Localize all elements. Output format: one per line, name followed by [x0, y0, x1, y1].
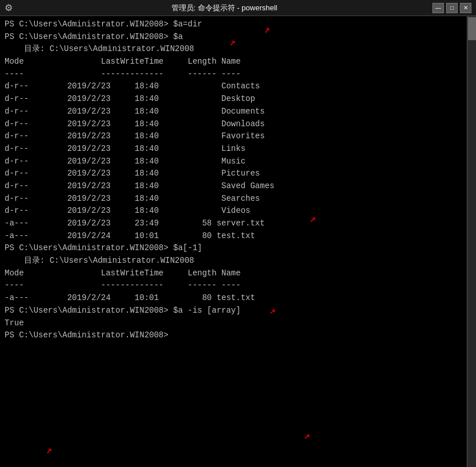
console-line: PS C:\Users\Administrator.WIN2008> [5, 329, 471, 342]
console-line: 目录: C:\Users\Administrator.WIN2008 [5, 43, 471, 56]
console-area: PS C:\Users\Administrator.WIN2008> $a=di… [0, 16, 476, 467]
scrollbar-thumb[interactable] [468, 17, 476, 40]
title-icon: ⚙ [5, 2, 13, 13]
console-line: 目录: C:\Users\Administrator.WIN2008 [5, 255, 471, 267]
title-bar: ⚙ 管理员: 命令提示符 - powershell — □ ✕ [0, 0, 476, 16]
console-line: -a--- 2019/2/24 10:01 80 test.txt [5, 292, 471, 305]
console-line: d-r-- 2019/2/23 18:40 Music [5, 155, 471, 168]
scrollbar[interactable] [467, 16, 476, 467]
console-line: d-r-- 2019/2/23 18:40 Searches [5, 193, 471, 205]
console-line: d-r-- 2019/2/23 18:40 Links [5, 143, 471, 155]
console-line: d-r-- 2019/2/23 18:40 Contacts [5, 80, 471, 93]
console-line: PS C:\Users\Administrator.WIN2008> $a [5, 31, 471, 44]
console-line: Mode LastWriteTime Length Name [5, 267, 471, 280]
console-line: d-r-- 2019/2/23 18:40 Favorites [5, 130, 471, 143]
console-line: d-r-- 2019/2/23 18:40 Downloads [5, 118, 471, 131]
console-line: -a--- 2019/2/23 23:49 58 server.txt [5, 217, 471, 230]
console-line: PS C:\Users\Administrator.WIN2008> $a[-1… [5, 242, 471, 255]
console-line: PS C:\Users\Administrator.WIN2008> $a=di… [5, 18, 471, 31]
console-line: PS C:\Users\Administrator.WIN2008> $a -i… [5, 305, 471, 317]
console-line: d-r-- 2019/2/23 18:40 Saved Games [5, 180, 471, 193]
close-button[interactable]: ✕ [460, 3, 471, 13]
minimize-button[interactable]: — [432, 3, 444, 13]
title-text: 管理员: 命令提示符 - powershell [16, 3, 432, 13]
console-line: Mode LastWriteTime Length Name [5, 56, 471, 68]
maximize-button[interactable]: □ [446, 3, 458, 13]
console-line: d-r-- 2019/2/23 18:40 Documents [5, 106, 471, 118]
console-line: d-r-- 2019/2/23 18:40 Desktop [5, 93, 471, 106]
console-line: ---- ------------- ------ ---- [5, 68, 471, 81]
window-controls: — □ ✕ [432, 3, 471, 13]
console-line: d-r-- 2019/2/23 18:40 Videos [5, 205, 471, 217]
console-line: -a--- 2019/2/24 10:01 80 test.txt [5, 230, 471, 243]
console-line: ---- ------------- ------ ---- [5, 279, 471, 292]
console-line: d-r-- 2019/2/23 18:40 Pictures [5, 168, 471, 180]
console-line: True [5, 317, 471, 330]
